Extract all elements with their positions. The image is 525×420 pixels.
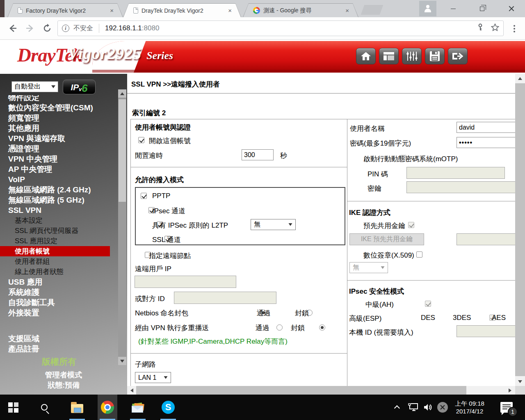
tab-close-icon[interactable]: × (345, 7, 349, 14)
sidebar-item-wlan5[interactable]: 無線區域網路 (5 GHz) (0, 195, 118, 205)
sidebar-item-voip[interactable]: VoIP (0, 174, 118, 185)
restore-icon (480, 7, 484, 11)
save-button[interactable] (425, 48, 445, 64)
multicast-block-radio[interactable] (319, 324, 325, 331)
window-minimize-button[interactable] (444, 0, 462, 17)
username-input[interactable] (457, 122, 515, 133)
idle-timeout-input[interactable] (242, 149, 274, 160)
scroll-down-button[interactable] (118, 357, 126, 365)
sidebar-item-diagnostics[interactable]: 自我診斷工具 (0, 297, 118, 308)
pptp-checkbox[interactable] (141, 193, 147, 199)
clock-date: 2017/4/12 (456, 407, 484, 415)
sidebar-item-usb[interactable]: USB 應用 (0, 277, 118, 287)
sidebar-item-ap-central[interactable]: AP 中央管理 (0, 164, 118, 174)
back-button[interactable] (6, 21, 20, 35)
enable-account-checkbox[interactable] (138, 137, 144, 143)
ipv6-button[interactable]: IPv6 (63, 80, 96, 94)
sidebar-item-user-group[interactable]: 使用者群組 (0, 256, 118, 267)
taskbar-file-explorer[interactable] (67, 395, 87, 420)
tray-show-hidden-icons[interactable] (390, 395, 405, 420)
window-restore-button[interactable] (473, 0, 491, 17)
window-close-button[interactable] (502, 0, 520, 17)
sidebar-item-online-status[interactable]: 線上使用者狀態 (0, 267, 118, 277)
ah-checkbox[interactable] (425, 301, 431, 307)
address-bar[interactable]: i 不安全 192.168.1.1 :8080 (57, 21, 504, 36)
page-vertical-scrollbar[interactable] (515, 74, 525, 386)
local-id-input[interactable] (457, 325, 515, 337)
wizards-button[interactable] (379, 48, 399, 64)
tray-network-icon[interactable] (405, 395, 421, 420)
logout-button[interactable] (448, 48, 468, 64)
scroll-up-button[interactable] (515, 74, 525, 83)
sidebar-item-product-registration[interactable]: 產品註冊 (0, 344, 118, 354)
logout-icon (452, 51, 464, 61)
l2tp-label: 具有 IPSec 原則的 L2TP (152, 221, 228, 230)
tab-factory-draytek[interactable]: Factory DrayTek Vigor2 × (7, 3, 123, 17)
subnet-select[interactable]: LAN 1 (135, 372, 171, 383)
scroll-right-button[interactable] (505, 386, 514, 395)
sidebar-item-ssl-app[interactable]: SSL 應用設定 (0, 236, 118, 246)
scrollbar-thumb[interactable] (515, 83, 525, 376)
scroll-up-button[interactable] (118, 89, 126, 98)
secret-key-input[interactable] (406, 181, 515, 193)
x509-checkbox[interactable] (416, 251, 422, 258)
psk-checkbox[interactable] (408, 222, 414, 228)
multicast-pass-radio[interactable] (276, 324, 283, 331)
taskbar-mail[interactable] (128, 395, 148, 420)
tab-draytek-active[interactable]: DrayTek DrayTek Vigor2 × (123, 3, 241, 17)
reload-button[interactable] (40, 21, 54, 35)
scrollbar-thumb[interactable] (136, 386, 466, 395)
sidebar-item-vpn-central[interactable]: VPN 中央管理 (0, 154, 118, 164)
sidebar-item-system-maintenance[interactable]: 系統維護 (0, 287, 118, 297)
tray-disconnect-icon[interactable] (436, 395, 450, 420)
forward-button[interactable] (23, 21, 37, 35)
sidebar-item-ssl-vpn[interactable]: SSL VPN (0, 205, 118, 215)
auto-logout-select[interactable]: 自動登出 (11, 81, 58, 92)
bookmark-star-icon[interactable] (491, 23, 499, 33)
profile-avatar-button[interactable] (419, 1, 436, 16)
l2tp-policy-select[interactable]: 無 (251, 219, 296, 230)
x509-select[interactable]: 無 (349, 262, 388, 273)
browser-menu-button[interactable] (509, 23, 520, 34)
sidebar-item-bandwidth[interactable]: 頻寬管理 (0, 113, 118, 123)
home-button[interactable] (356, 48, 376, 64)
taskbar-skype[interactable]: S (158, 395, 178, 420)
ike-psk-button[interactable]: IKE 預先共用金鑰 (349, 233, 424, 245)
tab-google-search[interactable]: 測速 - Google 搜尋 × (243, 3, 358, 17)
advanced-settings-button[interactable] (402, 48, 422, 64)
password-input[interactable] (457, 137, 515, 148)
ike-psk-input[interactable] (457, 233, 515, 245)
tray-volume-icon[interactable] (421, 395, 436, 420)
sidebar-item-support-area[interactable]: 支援區域 (0, 333, 118, 344)
start-button[interactable] (3, 395, 23, 420)
remote-ip-input[interactable] (135, 276, 236, 288)
tab-close-icon[interactable]: × (228, 7, 232, 14)
sidebar-item-csm[interactable]: 數位內容安全管理(CSM) (0, 103, 118, 113)
sidebar-item-vpn-remote[interactable]: VPN 與遠端存取 (0, 133, 118, 144)
sidebar-item-certificates[interactable]: 憑證管理 (0, 144, 118, 154)
taskbar-chrome-active[interactable] (98, 395, 117, 420)
peer-id-input[interactable] (174, 292, 276, 304)
sidebar-item-ssl-proxy[interactable]: SSL 網頁代理伺服器 (0, 226, 118, 236)
sidebar-item-basic-settings[interactable]: 基本設定 (0, 215, 118, 226)
new-tab-button[interactable] (361, 5, 383, 15)
info-icon[interactable]: i (62, 25, 69, 32)
page-horizontal-scrollbar[interactable] (127, 386, 515, 395)
scroll-down-button[interactable] (515, 377, 525, 386)
tab-close-icon[interactable]: × (110, 7, 114, 14)
sidebar-item-object-settings[interactable]: 物件設定 (0, 95, 118, 103)
pin-input[interactable] (406, 167, 505, 179)
password-key-icon[interactable] (476, 23, 484, 33)
sidebar-scrollbar[interactable] (118, 89, 126, 365)
multicast-pass-label: 通過 (256, 323, 269, 333)
sidebar-item-user-account-selected[interactable]: 使用者帳號 (0, 246, 110, 256)
taskbar-search-button[interactable] (34, 395, 54, 420)
sidebar-item-external-devices[interactable]: 外接裝置 (0, 308, 118, 318)
sidebar-item-wlan24[interactable]: 無線區域網路 (2.4 GHz) (0, 185, 118, 195)
action-center-button[interactable]: 1 (496, 395, 517, 420)
sidebar-item-other-apps[interactable]: 其他應用 (0, 123, 118, 133)
scroll-left-button[interactable] (127, 386, 136, 395)
scrollbar-thumb[interactable] (119, 99, 126, 202)
taskbar-clock[interactable]: 上午 09:18 2017/4/12 (449, 395, 490, 420)
model-name: Vigor2925 (68, 44, 142, 63)
